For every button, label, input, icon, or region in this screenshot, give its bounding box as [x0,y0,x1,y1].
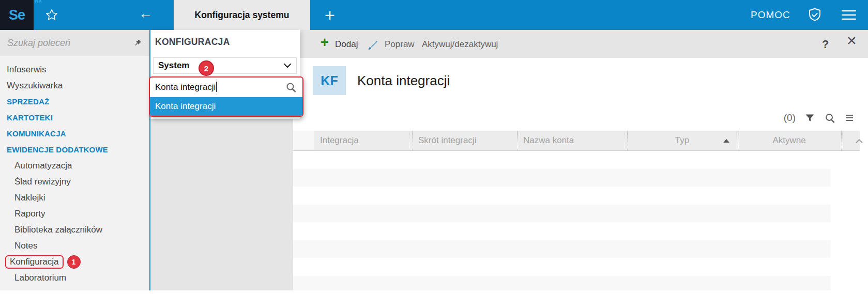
main-menu-icon[interactable] [841,9,857,21]
text-caret [216,82,217,92]
sort-ascending-icon [723,139,729,143]
app-window: Se NX ← Konfiguracja systemu + POMOC Szu… [0,0,868,294]
search-icon[interactable] [824,112,836,124]
sidebar: Szukaj poleceń Infoserwis Wyszukiwarka S… [0,30,149,290]
command-search-input[interactable]: Szukaj poleceń [0,30,149,56]
close-icon[interactable]: × [847,33,857,48]
search-highlight-group: Konta integracji Konta integracji [149,76,303,117]
flyout-search-value: Konta integracji [155,82,285,92]
page-title: Konta integracji [357,66,450,95]
column-typ-label: Typ [675,135,689,146]
table-header: Integracja Skrót integracji Nazwa konta … [293,131,860,151]
sidebar-menu: Infoserwis Wyszukiwarka SPRZEDAŻ KARTOTE… [0,61,149,286]
module-tile-kf: KF [313,66,346,95]
scroll-up-icon[interactable] [854,135,865,147]
table-row [293,205,831,223]
edit-brush-icon[interactable] [366,38,378,53]
sidebar-item-raporty[interactable]: Raporty [0,206,149,222]
sidebar-item-sprzedaz[interactable]: SPRZEDAŻ [0,94,149,110]
app-logo[interactable]: Se NX [0,0,34,30]
sidebar-item-laboratorium[interactable]: Laboratorium [0,270,149,286]
column-integracja[interactable]: Integracja [314,131,412,150]
step-badge-2: 2 [199,60,214,76]
table-corner-cell [293,131,314,150]
sidebar-item-naklejki[interactable]: Naklejki [0,190,149,206]
shield-check-icon[interactable] [806,7,823,23]
sidebar-item-notes[interactable]: Notes [0,238,149,254]
command-search-placeholder: Szukaj poleceń [7,38,133,49]
column-nazwa-konta[interactable]: Nazwa konta [517,131,627,150]
category-dropdown[interactable]: System [153,57,297,74]
app-logo-text: Se [9,7,25,23]
new-tab-button[interactable]: + [321,4,339,26]
activate-deactivate-button[interactable]: Aktywuj/dezaktywuj [422,37,498,52]
step-badge-1: 1 [67,255,81,269]
context-help-button[interactable]: ? [822,37,829,52]
search-suggestion-item[interactable]: Konta integracji [150,97,302,116]
add-button[interactable]: Dodaj [335,37,358,52]
sidebar-item-komunikacja[interactable]: KOMUNIKACJA [0,126,149,142]
konfiguracja-highlight-box[interactable]: Konfiguracja [5,255,64,269]
edit-button[interactable]: Popraw [385,37,415,52]
window-bottom-edge [0,290,868,294]
konfiguracja-flyout: KONFIGURACJA System 2 Konta integracji K… [150,30,300,119]
column-skrot-integracji[interactable]: Skrót integracji [412,131,517,150]
back-arrow-icon[interactable]: ← [139,6,153,21]
sidebar-item-slad-rewizyjny[interactable]: Ślad rewizyjny [0,174,149,190]
list-menu-icon[interactable] [845,114,854,122]
flyout-search-input[interactable]: Konta integracji [150,78,302,97]
flyout-title: KONFIGURACJA [155,37,230,48]
list-tools: (0) [784,107,854,128]
table-row [293,169,831,187]
flyout-search-icon[interactable] [285,81,297,94]
help-menu[interactable]: POMOC [751,0,790,30]
sidebar-item-automatyzacja[interactable]: Automatyzacja [0,158,149,174]
record-count: (0) [784,112,796,123]
sidebar-item-wyszukiwarka[interactable]: Wyszukiwarka [0,78,149,94]
column-typ[interactable]: Typ [627,131,737,150]
app-logo-sup: NX [35,0,42,4]
sidebar-item-konfiguracja[interactable]: Konfiguracja 1 [0,254,149,270]
pin-icon[interactable] [133,39,142,48]
table-row [293,258,831,276]
konta-integracji-panel: KF Konta integracji (0) Integra [293,58,868,290]
table-row [293,151,831,169]
table-body [293,151,831,293]
chevron-down-icon [283,63,292,68]
tab-konfiguracja-systemu[interactable]: Konfiguracja systemu [174,0,310,30]
top-bar: Se NX ← Konfiguracja systemu + POMOC [0,0,868,30]
filter-icon[interactable] [804,113,815,123]
sidebar-item-ewidencje-dodatkowe[interactable]: EWIDENCJE DODATKOWE [0,142,149,158]
table-row [293,222,831,240]
favorites-star-icon[interactable] [44,8,59,22]
sidebar-item-biblioteka-zalacznikow[interactable]: Biblioteka załączników [0,222,149,238]
table-row [293,187,831,205]
add-plus-icon[interactable]: + [321,35,329,50]
sidebar-item-kartoteki[interactable]: KARTOTEKI [0,110,149,126]
category-dropdown-value: System [158,60,283,71]
column-aktywne[interactable]: Aktywne [737,131,841,150]
sidebar-item-infoserwis[interactable]: Infoserwis [0,61,149,78]
table-row [293,240,831,258]
